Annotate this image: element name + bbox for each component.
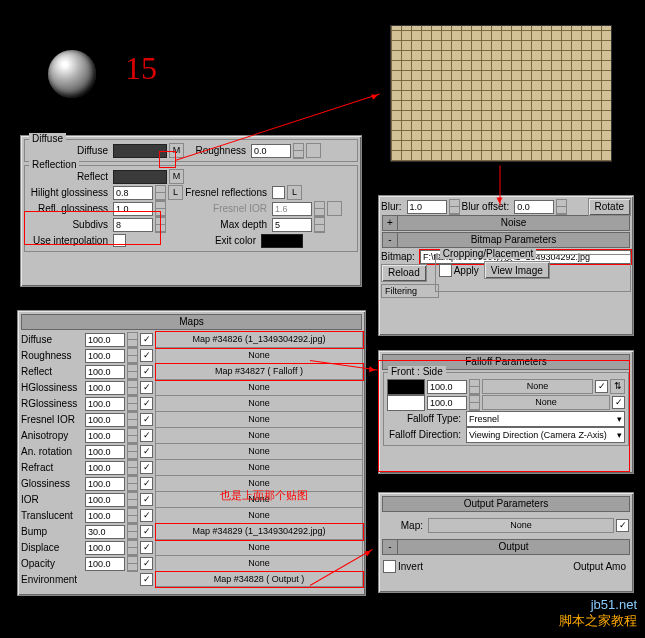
falloff-dir-dropdown[interactable]: Viewing Direction (Camera Z-Axis)▾ <box>466 427 625 443</box>
noise-rollup[interactable]: Noise <box>398 216 629 230</box>
output-map-button[interactable]: None <box>428 518 614 533</box>
map-enable-checkbox[interactable] <box>140 493 153 506</box>
use-interp-checkbox[interactable] <box>113 234 126 247</box>
side-map-button[interactable]: None <box>482 395 610 410</box>
fresnel-l-button[interactable]: L <box>287 185 302 200</box>
output-params-title[interactable]: Output Parameters <box>382 496 630 512</box>
reload-button[interactable]: Reload <box>381 264 427 282</box>
diffuse-swatch[interactable] <box>113 144 167 158</box>
diffuse-map-button[interactable]: M <box>169 143 184 158</box>
map-enable-checkbox[interactable] <box>140 445 153 458</box>
map-slot-button[interactable]: None <box>156 380 363 396</box>
hilight-spinner[interactable] <box>155 185 166 201</box>
refl-gloss-spinner[interactable] <box>155 201 166 217</box>
subdivs-value[interactable]: 8 <box>113 218 153 232</box>
map-enable-checkbox[interactable] <box>140 413 153 426</box>
exit-color-swatch[interactable] <box>261 234 303 248</box>
map-amount[interactable]: 100.0 <box>85 397 125 411</box>
map-slot-button[interactable]: None <box>156 412 363 428</box>
map-slot-button[interactable]: None <box>156 508 363 524</box>
bitmap-params-rollup[interactable]: Bitmap Parameters <box>398 233 629 247</box>
blur-off-value[interactable]: 0.0 <box>514 200 554 214</box>
side-swatch[interactable] <box>387 395 425 411</box>
map-enable-checkbox[interactable] <box>140 509 153 522</box>
map-slot-button[interactable]: None <box>156 444 363 460</box>
map-amount-spinner[interactable] <box>127 428 138 444</box>
map-enable-checkbox[interactable] <box>140 461 153 474</box>
noise-toggle[interactable]: + <box>383 216 398 230</box>
map-amount-spinner[interactable] <box>127 364 138 380</box>
map-slot-button[interactable]: Map #34828 ( Output ) <box>156 572 363 587</box>
map-enable-checkbox[interactable] <box>140 397 153 410</box>
roughness-value[interactable]: 0.0 <box>251 144 291 158</box>
map-amount[interactable]: 100.0 <box>85 541 125 555</box>
invert-checkbox[interactable] <box>383 560 396 573</box>
map-amount[interactable]: 100.0 <box>85 557 125 571</box>
front-spinner[interactable] <box>469 379 480 395</box>
roughness-map-button[interactable] <box>306 143 321 158</box>
side-spinner[interactable] <box>469 395 480 411</box>
front-swatch[interactable] <box>387 379 425 395</box>
map-slot-button[interactable]: Map #34827 ( Falloff ) <box>156 364 363 380</box>
map-enable-checkbox[interactable] <box>140 557 153 570</box>
map-enable-checkbox[interactable] <box>140 541 153 554</box>
fresnel-ior-value[interactable]: 1.6 <box>272 202 312 216</box>
map-enable-checkbox[interactable] <box>140 477 153 490</box>
map-amount[interactable]: 100.0 <box>85 445 125 459</box>
map-amount[interactable]: 100.0 <box>85 477 125 491</box>
map-slot-button[interactable]: None <box>156 396 363 412</box>
blur-spinner[interactable] <box>449 199 460 215</box>
map-amount-spinner[interactable] <box>127 524 138 540</box>
fresnel-refl-checkbox[interactable] <box>272 186 285 199</box>
maps-title[interactable]: Maps <box>21 314 362 330</box>
front-map-button[interactable]: None <box>482 379 593 394</box>
map-enable-checkbox[interactable] <box>140 429 153 442</box>
map-amount[interactable]: 100.0 <box>85 461 125 475</box>
map-amount-spinner[interactable] <box>127 508 138 524</box>
map-amount[interactable]: 100.0 <box>85 349 125 363</box>
reflect-swatch[interactable] <box>113 170 167 184</box>
map-amount[interactable]: 100.0 <box>85 509 125 523</box>
map-amount-spinner[interactable] <box>127 476 138 492</box>
map-enable-checkbox[interactable] <box>140 349 153 362</box>
bitmap-params-toggle[interactable]: - <box>383 233 398 247</box>
map-amount-spinner[interactable] <box>127 460 138 476</box>
apply-checkbox[interactable] <box>439 264 452 277</box>
subdivs-spinner[interactable] <box>155 217 166 233</box>
roughness-spinner[interactable] <box>293 143 304 159</box>
map-amount-spinner[interactable] <box>127 444 138 460</box>
view-image-button[interactable]: View Image <box>484 261 550 279</box>
fresnel-ior-spinner[interactable] <box>314 201 325 217</box>
reflect-map-button[interactable]: M <box>169 169 184 184</box>
map-amount-spinner[interactable] <box>127 332 138 348</box>
side-value[interactable]: 100.0 <box>427 396 467 410</box>
refl-gloss-value[interactable]: 1.0 <box>113 202 153 216</box>
map-amount[interactable]: 30.0 <box>85 525 125 539</box>
map-amount[interactable]: 100.0 <box>85 413 125 427</box>
swap-button[interactable]: ⇅ <box>610 379 625 394</box>
map-amount-spinner[interactable] <box>127 556 138 572</box>
map-amount-spinner[interactable] <box>127 396 138 412</box>
max-depth-value[interactable]: 5 <box>272 218 312 232</box>
map-amount-spinner[interactable] <box>127 412 138 428</box>
output-toggle[interactable]: - <box>383 540 398 554</box>
fresnel-ior-map-button[interactable] <box>327 201 342 216</box>
map-enable-checkbox[interactable] <box>140 525 153 538</box>
map-enable-checkbox[interactable] <box>140 381 153 394</box>
map-slot-button[interactable]: None <box>156 348 363 364</box>
map-amount[interactable]: 100.0 <box>85 429 125 443</box>
map-amount[interactable]: 100.0 <box>85 365 125 379</box>
map-enable-checkbox[interactable] <box>140 333 153 346</box>
blur-value[interactable]: 1.0 <box>407 200 447 214</box>
map-amount-spinner[interactable] <box>127 348 138 364</box>
map-enable-checkbox[interactable] <box>140 573 153 586</box>
output-rollup[interactable]: Output <box>398 540 629 554</box>
max-depth-spinner[interactable] <box>314 217 325 233</box>
map-amount[interactable]: 100.0 <box>85 493 125 507</box>
map-slot-button[interactable]: None <box>156 428 363 444</box>
output-map-checkbox[interactable] <box>616 519 629 532</box>
map-amount-spinner[interactable] <box>127 540 138 556</box>
hilight-l-button[interactable]: L <box>168 185 183 200</box>
map-slot-button[interactable]: None <box>156 540 363 556</box>
blur-off-spinner[interactable] <box>556 199 567 215</box>
